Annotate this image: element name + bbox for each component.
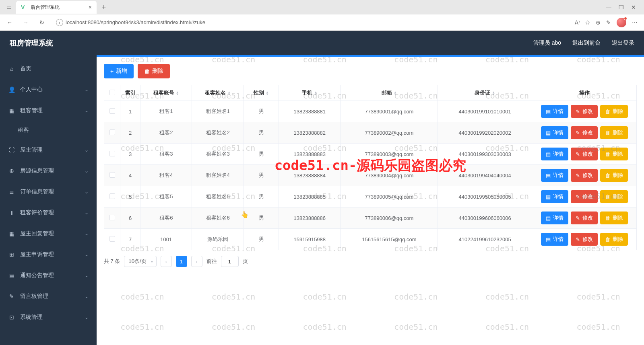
collections-icon[interactable]: ⊕: [596, 19, 601, 26]
more-icon[interactable]: ⋯: [632, 19, 638, 26]
row-checkbox[interactable]: [109, 236, 115, 242]
detail-button[interactable]: ▤ 详情: [541, 148, 568, 160]
row-checkbox[interactable]: [109, 108, 115, 114]
new-tab-button[interactable]: +: [98, 2, 109, 13]
exit-to-front-link[interactable]: 退出到前台: [572, 39, 601, 47]
col-idcard[interactable]: 身份证▲▼: [438, 85, 532, 101]
row-delete-button[interactable]: 🗑 删除: [600, 233, 628, 246]
close-window-icon[interactable]: ✕: [631, 4, 636, 10]
sidebar-item[interactable]: ⌂首页: [0, 58, 97, 79]
sidebar-item[interactable]: ≣订单信息管理⌄: [0, 181, 97, 202]
cell-name: 租客姓名3: [192, 144, 244, 165]
edit-button[interactable]: ✎ 修改: [571, 212, 598, 224]
close-tab-icon[interactable]: ×: [89, 4, 92, 10]
select-all-checkbox[interactable]: [109, 90, 115, 95]
sort-icon[interactable]: ▲▼: [176, 91, 179, 95]
row-checkbox[interactable]: [109, 193, 115, 199]
sidebar-item[interactable]: ⫿租客评价管理⌄: [0, 202, 97, 223]
read-aloud-icon[interactable]: A⁾: [575, 19, 580, 26]
sidebar-item[interactable]: ▤通知公告管理⌄: [0, 265, 97, 286]
cell-gender: 男: [244, 165, 279, 186]
row-checkbox[interactable]: [109, 151, 115, 156]
row-delete-button[interactable]: 🗑 删除: [600, 169, 628, 182]
edit-button[interactable]: ✎ 修改: [571, 148, 598, 160]
edit-button[interactable]: ✎ 修改: [571, 233, 598, 246]
row-checkbox[interactable]: [109, 172, 115, 178]
sort-icon[interactable]: ▲▼: [227, 91, 231, 95]
logout-link[interactable]: 退出登录: [612, 39, 634, 47]
sort-icon[interactable]: ▲▼: [314, 91, 317, 95]
row-delete-button[interactable]: 🗑 删除: [600, 212, 628, 224]
edit-button[interactable]: ✎ 修改: [571, 105, 598, 118]
detail-button[interactable]: ▤ 详情: [541, 169, 568, 182]
delete-button[interactable]: 🗑 删除: [138, 64, 170, 78]
sidebar-item[interactable]: ⛶屋主管理⌄: [0, 140, 97, 160]
sidebar-item-label: 租客评价管理: [20, 209, 54, 216]
row-delete-button[interactable]: 🗑 删除: [600, 190, 628, 203]
add-button[interactable]: + 新增: [104, 64, 134, 78]
cell-phone: 13823888882: [279, 122, 341, 144]
edit-icon: ✎: [576, 109, 580, 115]
tabs-overview-icon[interactable]: ▭: [3, 2, 14, 13]
sidebar-subitem[interactable]: 租客: [0, 121, 97, 140]
detail-button[interactable]: ▤ 详情: [541, 212, 568, 224]
cell-email: 773890005@qq.com: [341, 186, 438, 207]
back-button[interactable]: ←: [3, 16, 16, 29]
edit-button[interactable]: ✎ 修改: [571, 190, 598, 203]
chevron-down-icon: ⌄: [85, 108, 89, 113]
sort-icon[interactable]: ▲▼: [492, 91, 495, 95]
cell-idcard: 440300199505050005: [438, 186, 532, 207]
maximize-icon[interactable]: ❐: [619, 4, 624, 10]
edit-icon: ✎: [576, 172, 580, 179]
favorite-icon[interactable]: ✩: [585, 19, 590, 26]
prev-page-button[interactable]: ‹: [161, 256, 172, 267]
chevron-down-icon: ⌄: [85, 210, 89, 216]
sidebar-icon: ≣: [8, 189, 15, 195]
edit-button[interactable]: ✎ 修改: [571, 169, 598, 182]
sidebar-item[interactable]: ⊡系统管理⌄: [0, 307, 97, 328]
sidebar-item[interactable]: 👤个人中心⌄: [0, 79, 97, 100]
forward-button[interactable]: →: [19, 16, 32, 29]
detail-button[interactable]: ▤ 详情: [541, 105, 568, 118]
sidebar-item[interactable]: ▦屋主回复管理⌄: [0, 223, 97, 244]
goto-page-input[interactable]: [221, 256, 239, 267]
sidebar-item[interactable]: ⊕房源信息管理⌄: [0, 160, 97, 181]
col-index[interactable]: 索引: [120, 85, 140, 101]
detail-button[interactable]: ▤ 详情: [541, 126, 568, 139]
browser-chrome: ▭ V 后台管理系统 × + — ❐ ✕ ← → ↻ i localhost:8…: [0, 0, 644, 31]
app-header: 租房管理系统 管理员 abo 退出到前台 退出登录: [0, 31, 644, 55]
row-delete-button[interactable]: 🗑 删除: [600, 126, 628, 139]
row-checkbox[interactable]: [109, 129, 115, 135]
detail-button[interactable]: ▤ 详情: [541, 233, 568, 246]
admin-label[interactable]: 管理员 abo: [533, 39, 561, 47]
sidebar-item[interactable]: ▦租客管理⌄: [0, 100, 97, 121]
sort-icon[interactable]: ▲▼: [394, 91, 397, 95]
minimize-icon[interactable]: —: [606, 4, 611, 10]
url-input[interactable]: i localhost:8080/springboot94sk3/admin/d…: [52, 16, 568, 29]
row-delete-button[interactable]: 🗑 删除: [600, 148, 628, 160]
col-email[interactable]: 邮箱▲▼: [341, 85, 438, 101]
col-gender[interactable]: 性别▲▼: [244, 85, 279, 101]
profile-avatar[interactable]: [617, 18, 626, 27]
refresh-button[interactable]: ↻: [35, 16, 48, 29]
sidebar-item[interactable]: ⊞屋主申诉管理⌄: [0, 244, 97, 265]
sidebar-item[interactable]: ✎留言板管理⌄: [0, 286, 97, 307]
col-phone[interactable]: 手机▲▼: [279, 85, 341, 101]
cell-idcard: 440300199202020002: [438, 122, 532, 144]
col-account[interactable]: 租客账号▲▼: [140, 85, 192, 101]
next-page-button[interactable]: ›: [191, 256, 202, 267]
row-checkbox[interactable]: [109, 215, 115, 220]
col-name[interactable]: 租客姓名▲▼: [192, 85, 244, 101]
page-size-select[interactable]: 10条/页: [124, 256, 156, 267]
page-number-button[interactable]: 1: [176, 256, 187, 267]
sort-icon[interactable]: ▲▼: [266, 91, 269, 95]
detail-button[interactable]: ▤ 详情: [541, 190, 568, 203]
cell-account: 租客2: [140, 122, 192, 144]
browser-tab[interactable]: V 后台管理系统 ×: [16, 1, 97, 14]
row-delete-button[interactable]: 🗑 删除: [600, 105, 628, 118]
edit-button[interactable]: ✎ 修改: [571, 126, 598, 139]
table-row: 3 租客3 租客姓名3 男 13823888883 773890003@qq.c…: [104, 144, 637, 165]
site-info-icon[interactable]: i: [56, 19, 63, 26]
reading-list-icon[interactable]: ✎: [606, 19, 611, 26]
data-table: 索引 租客账号▲▼ 租客姓名▲▼ 性别▲▼ 手机▲▼ 邮箱▲▼ 身份证▲▼ 操作…: [104, 85, 637, 250]
